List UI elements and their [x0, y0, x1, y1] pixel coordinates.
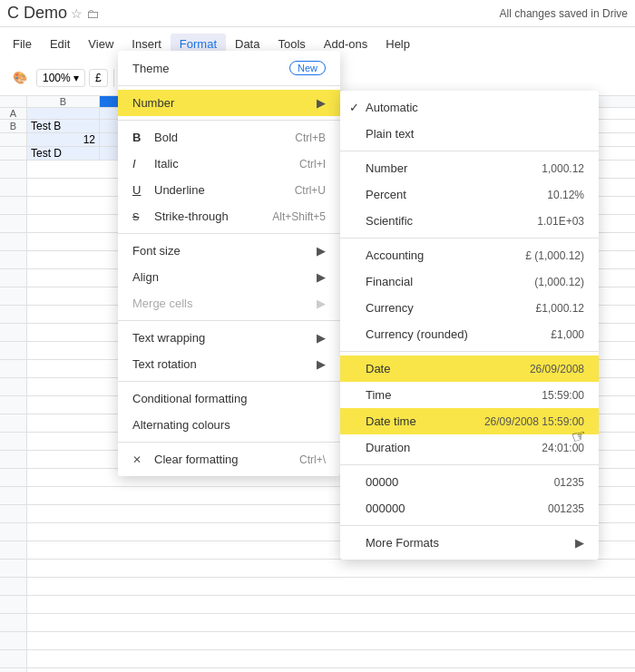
num-currency-item[interactable]: Currency £1,000.12	[340, 295, 599, 321]
num-financial-item[interactable]: Financial (1,000.12)	[340, 268, 599, 295]
underline-label: Underline	[154, 183, 295, 197]
theme-new-badge: New	[289, 61, 326, 75]
num-plaintext-item[interactable]: Plain text	[340, 121, 599, 147]
num-automatic-item[interactable]: ✓ Automatic	[340, 94, 599, 121]
time-value: 15:59:00	[542, 389, 584, 402]
datetime-label: Date time	[366, 414, 484, 428]
format-number-item[interactable]: Number ▶	[118, 90, 340, 116]
num-time-item[interactable]: Time 15:59:00	[340, 382, 599, 408]
clear-shortcut: Ctrl+\	[299, 453, 326, 466]
number-item-value: 1,000.12	[542, 162, 584, 175]
custom2-value: 001235	[548, 502, 584, 515]
folder-icon[interactable]: 🗀	[86, 6, 99, 21]
format-strikethrough-item[interactable]: S Strike-through Alt+Shift+5	[118, 203, 340, 229]
datetime-value: 26/09/2008 15:59:00	[484, 415, 584, 428]
plaintext-label: Plain text	[366, 127, 584, 141]
scientific-value: 1.01E+03	[537, 215, 584, 228]
row-num-a: A	[0, 108, 27, 119]
date-label: Date	[366, 362, 530, 375]
custom1-value: 01235	[554, 476, 584, 489]
automatic-label: Automatic	[366, 101, 581, 114]
number-item-label: Number	[366, 161, 542, 175]
col-header-b: B	[27, 96, 100, 107]
toolbar-zoom[interactable]: 100% ▾	[36, 69, 85, 87]
bold-label: Bold	[154, 131, 295, 144]
underline-shortcut: Ctrl+U	[295, 184, 326, 197]
textrotation-label: Text rotation	[132, 357, 317, 371]
fontsize-arrow-icon: ▶	[317, 244, 326, 258]
fontsize-label: Font size	[132, 244, 317, 258]
theme-label: Theme	[132, 62, 289, 75]
format-alternating-item[interactable]: Alternating colours	[118, 412, 340, 438]
conditional-label: Conditional formatting	[132, 392, 326, 405]
accounting-value: £ (1,000.12)	[525, 249, 584, 262]
merge-arrow-icon: ▶	[317, 297, 326, 310]
alternating-label: Alternating colours	[132, 418, 326, 432]
num-more-formats-item[interactable]: More Formats ▶	[340, 530, 599, 556]
merge-label: Merge cells	[132, 297, 317, 310]
clear-label: Clear formatting	[154, 453, 299, 466]
num-currency-rounded-item[interactable]: Currency (rounded) £1,000	[340, 321, 599, 347]
num-accounting-item[interactable]: Accounting £ (1,000.12)	[340, 242, 599, 268]
currency-rounded-label: Currency (rounded)	[366, 327, 551, 341]
format-italic-item[interactable]: I Italic Ctrl+I	[118, 151, 340, 177]
align-arrow-icon: ▶	[317, 270, 326, 284]
num-duration-item[interactable]: Duration 24:01:00	[340, 434, 599, 461]
cell-12: 12	[27, 133, 100, 146]
format-align-item[interactable]: Align ▶	[118, 264, 340, 290]
format-merge-item[interactable]: Merge cells ▶	[118, 290, 340, 317]
num-scientific-item[interactable]: Scientific 1.01E+03	[340, 208, 599, 234]
format-bold-item[interactable]: B Bold Ctrl+B	[118, 124, 340, 151]
num-custom2-item[interactable]: 000000 001235	[340, 495, 599, 521]
format-fontsize-item[interactable]: Font size ▶	[118, 238, 340, 264]
menu-view[interactable]: View	[79, 34, 122, 54]
num-datetime-item[interactable]: Date time 26/09/2008 15:59:00	[340, 408, 599, 434]
menu-edit[interactable]: Edit	[41, 34, 79, 54]
italic-shortcut: Ctrl+I	[299, 158, 326, 170]
num-number-item[interactable]: Number 1,000.12	[340, 155, 599, 181]
format-underline-item[interactable]: U Underline Ctrl+U	[118, 177, 340, 203]
num-percent-item[interactable]: Percent 10.12%	[340, 181, 599, 208]
format-textrotation-item[interactable]: Text rotation ▶	[118, 351, 340, 377]
num-date-item[interactable]: Date 26/09/2008	[340, 355, 599, 382]
textwrapping-label: Text wrapping	[132, 331, 317, 345]
italic-icon: I	[132, 157, 151, 170]
number-submenu: ✓ Automatic Plain text Number 1,000.12 P…	[340, 91, 599, 560]
financial-value: (1,000.12)	[534, 276, 584, 288]
format-conditional-item[interactable]: Conditional formatting	[118, 385, 340, 412]
bold-shortcut: Ctrl+B	[295, 131, 326, 144]
textrotation-arrow-icon: ▶	[317, 357, 326, 371]
strikethrough-label: Strike-through	[154, 209, 272, 223]
row-num-b: B	[0, 120, 27, 132]
save-status: All changes saved in Drive	[500, 7, 628, 20]
date-value: 26/09/2008	[530, 363, 584, 375]
scientific-label: Scientific	[366, 214, 537, 228]
italic-label: Italic	[154, 157, 299, 170]
textwrapping-arrow-icon: ▶	[317, 331, 326, 345]
star-icon[interactable]: ☆	[71, 6, 83, 21]
format-theme-item[interactable]: Theme New	[118, 54, 340, 82]
format-clear-item[interactable]: ✕ Clear formatting Ctrl+\	[118, 446, 340, 472]
duration-value: 24:01:00	[542, 442, 584, 454]
custom2-label: 000000	[366, 502, 548, 515]
more-formats-label: More Formats	[366, 536, 575, 550]
toolbar-currency[interactable]: £	[89, 69, 108, 87]
row-num-empty2	[0, 147, 27, 160]
currency-rounded-value: £1,000	[551, 328, 584, 341]
strikethrough-shortcut: Alt+Shift+5	[272, 210, 326, 223]
percent-value: 10.12%	[547, 189, 584, 201]
menu-help[interactable]: Help	[376, 34, 419, 54]
format-textwrapping-item[interactable]: Text wrapping ▶	[118, 325, 340, 351]
custom1-label: 00000	[366, 475, 554, 489]
time-label: Time	[366, 388, 542, 402]
num-custom1-item[interactable]: 00000 01235	[340, 469, 599, 495]
underline-icon: U	[132, 183, 151, 197]
cell-testd: Test D	[27, 147, 100, 160]
menu-file[interactable]: File	[4, 34, 41, 54]
row-num-empty1	[0, 133, 27, 146]
percent-label: Percent	[366, 188, 547, 201]
number-arrow-icon: ▶	[317, 96, 326, 110]
more-formats-arrow-icon: ▶	[575, 536, 584, 550]
number-label: Number	[132, 96, 317, 110]
toolbar-paint[interactable]: 🎨	[7, 67, 33, 88]
